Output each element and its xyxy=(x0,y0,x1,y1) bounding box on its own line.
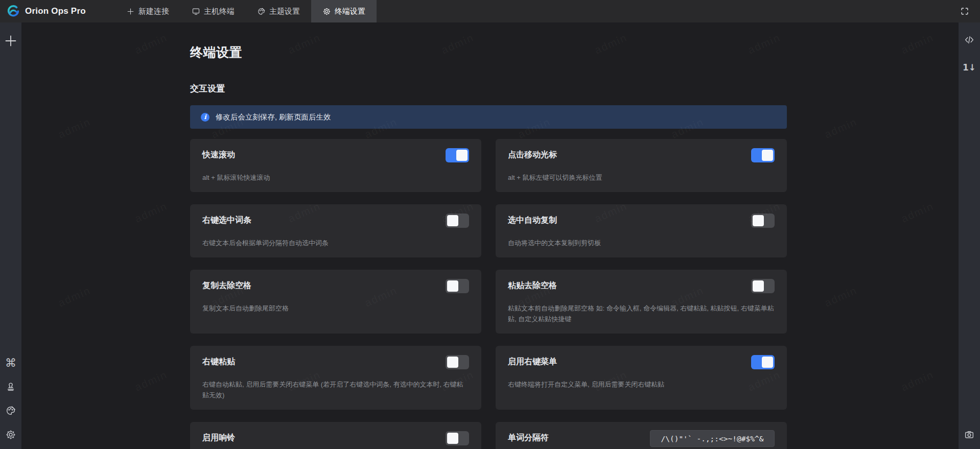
nav-new-connection[interactable]: 新建连接 xyxy=(115,0,180,22)
watermark-text: admin xyxy=(823,284,859,309)
section-title-interaction: 交互设置 xyxy=(190,83,787,94)
setting-card: 选中自动复制 自动将选中的文本复制到剪切板 xyxy=(496,204,787,257)
fullscreen-icon[interactable] xyxy=(960,6,970,16)
watermark-text: admin xyxy=(899,31,936,56)
switch-knob xyxy=(447,357,458,368)
setting-card: 右键粘贴 右键自动粘贴, 启用后需要关闭右键菜单 (若开启了右键选中词条, 有选… xyxy=(190,346,481,410)
palette-icon xyxy=(5,405,16,416)
setting-switch[interactable] xyxy=(751,355,775,369)
code-view-button[interactable] xyxy=(962,33,976,47)
setting-desc: alt + 鼠标左键可以切换光标位置 xyxy=(508,172,775,183)
setting-card: 粘贴去除空格 粘贴文本前自动删除尾部空格 如: 命令输入框, 命令编辑器, 右键… xyxy=(496,270,787,334)
watermark-text: admin xyxy=(56,284,92,309)
watermark-text: admin xyxy=(56,115,92,140)
add-tab-button[interactable] xyxy=(4,34,18,48)
brand: Orion Ops Pro xyxy=(0,4,95,18)
switch-knob xyxy=(447,433,458,444)
sort-button[interactable]: 1↓ xyxy=(962,60,976,75)
watermark-text: admin xyxy=(133,31,169,56)
setting-card: 启用右键菜单 右键终端将打开自定义菜单, 启用后需要关闭右键粘贴 xyxy=(496,346,787,410)
setting-title: 粘贴去除空格 xyxy=(508,279,557,292)
setting-title: 选中自动复制 xyxy=(508,214,557,226)
setting-title: 单词分隔符 xyxy=(508,432,549,444)
nav-theme-settings[interactable]: 主题设置 xyxy=(246,0,311,22)
main-panel: adminadminadminadminadminadminadminadmin… xyxy=(21,22,959,449)
setting-desc: 复制文本后自动删除尾部空格 xyxy=(202,303,469,314)
numeric-sort-icon: 1↓ xyxy=(963,62,976,73)
plus-icon xyxy=(5,35,17,47)
page-title: 终端设置 xyxy=(190,44,787,61)
nav-label: 主机终端 xyxy=(204,7,235,16)
nav-label: 新建连接 xyxy=(138,7,169,16)
setting-switch[interactable] xyxy=(751,148,775,162)
settings-button[interactable] xyxy=(4,428,18,442)
setting-card: 复制去除空格 复制文本后自动删除尾部空格 xyxy=(190,270,481,334)
setting-switch[interactable] xyxy=(446,431,469,445)
nav-label: 主题设置 xyxy=(269,7,300,16)
setting-title: 右键粘贴 xyxy=(202,356,235,368)
watermark-text: admin xyxy=(133,368,169,393)
gear-icon xyxy=(322,7,331,16)
watermark-text: admin xyxy=(899,200,936,225)
setting-desc: alt + 鼠标滚轮快速滚动 xyxy=(202,172,469,183)
setting-desc: 右键终端将打开自定义菜单, 启用后需要关闭右键粘贴 xyxy=(508,379,775,390)
monitor-icon xyxy=(192,7,200,16)
setting-switch[interactable] xyxy=(751,279,775,293)
watermark-text: admin xyxy=(133,200,169,225)
brand-name: Orion Ops Pro xyxy=(25,6,86,16)
shortcut-keys-button[interactable]: ⌘ xyxy=(4,356,18,370)
topbar: Orion Ops Pro 新建连接 主机终端 主题设置 xyxy=(0,0,980,22)
app-logo xyxy=(6,4,20,18)
setting-title: 复制去除空格 xyxy=(202,279,251,292)
setting-switch[interactable] xyxy=(446,355,469,369)
screenshot-button[interactable] xyxy=(962,428,976,442)
nav-host-terminal[interactable]: 主机终端 xyxy=(180,0,246,22)
user-preference-button[interactable] xyxy=(4,380,18,394)
right-sidebar: 1↓ xyxy=(959,22,980,449)
setting-title: 快速滚动 xyxy=(202,149,235,161)
left-sidebar: ⌘ xyxy=(0,22,21,449)
setting-title: 启用响铃 xyxy=(202,432,235,444)
switch-knob xyxy=(753,280,764,292)
setting-title: 启用右键菜单 xyxy=(508,356,557,368)
setting-desc: 右键自动粘贴, 启用后需要关闭右键菜单 (若开启了右键选中词条, 有选中的文本时… xyxy=(202,379,469,400)
setting-title: 点击移动光标 xyxy=(508,149,557,161)
setting-card: 单词分隔符 双击选中词条时的单词分隔符 xyxy=(496,422,787,449)
switch-knob xyxy=(762,150,773,161)
setting-desc: 自动将选中的文本复制到剪切板 xyxy=(508,238,775,248)
camera-icon xyxy=(964,429,975,440)
setting-switch[interactable] xyxy=(446,279,469,293)
switch-knob xyxy=(753,215,764,226)
setting-title: 右键选中词条 xyxy=(202,214,251,226)
switch-knob xyxy=(456,150,468,161)
info-icon: i xyxy=(201,113,209,122)
setting-card: 快速滚动 alt + 鼠标滚轮快速滚动 xyxy=(190,139,481,192)
command-icon: ⌘ xyxy=(5,357,16,369)
palette-icon xyxy=(257,7,266,16)
setting-card: 点击移动光标 alt + 鼠标左键可以切换光标位置 xyxy=(496,139,787,192)
notice-banner: i 修改后会立刻保存, 刷新页面后生效 xyxy=(190,105,787,129)
setting-desc: 粘贴文本前自动删除尾部空格 如: 命令输入框, 命令编辑器, 右键粘贴, 粘贴按… xyxy=(508,303,775,324)
code-icon xyxy=(964,34,975,45)
stamp-icon xyxy=(5,381,16,392)
setting-desc: 右键文本后会根据单词分隔符自动选中词条 xyxy=(202,238,469,248)
switch-knob xyxy=(447,215,458,226)
notice-text: 修改后会立刻保存, 刷新页面后生效 xyxy=(216,112,331,122)
watermark-text: admin xyxy=(899,368,936,393)
watermark-text: admin xyxy=(823,115,859,140)
setting-card: 启用响铃 系统接收到 \a 时发出响铃 (一般不用开启) xyxy=(190,422,481,449)
topbar-nav: 新建连接 主机终端 主题设置 终端设置 xyxy=(115,0,377,22)
setting-switch[interactable] xyxy=(446,148,469,162)
nav-terminal-settings[interactable]: 终端设置 xyxy=(311,0,377,22)
setting-card: 右键选中词条 右键文本后会根据单词分隔符自动选中词条 xyxy=(190,204,481,257)
word-separator-input[interactable] xyxy=(650,430,775,447)
setting-switch[interactable] xyxy=(751,214,775,228)
plus-icon xyxy=(126,7,135,16)
switch-knob xyxy=(447,280,458,292)
nav-label: 终端设置 xyxy=(335,7,365,16)
settings-grid: 快速滚动 alt + 鼠标滚轮快速滚动 点击移动光标 alt + 鼠标左键可以切… xyxy=(190,139,787,449)
switch-knob xyxy=(762,357,773,368)
setting-switch[interactable] xyxy=(446,214,469,228)
theme-button[interactable] xyxy=(4,404,18,418)
gear-icon xyxy=(5,429,16,440)
